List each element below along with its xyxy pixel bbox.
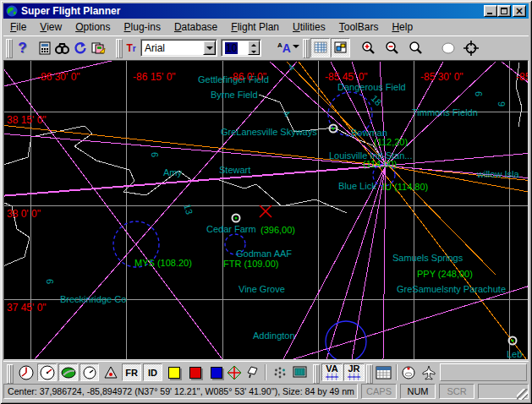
main-toolbar: ? Tr Arial 10 AA	[3, 35, 529, 59]
calculator-icon	[38, 41, 52, 55]
map-label: Breckinridge Co	[60, 294, 126, 304]
view-group-grip[interactable]	[303, 39, 309, 57]
map-area[interactable]: Gettlefinger FieldByrne FieldGreLanesvil…	[3, 60, 529, 360]
refresh-button[interactable]	[70, 38, 90, 57]
menu-options[interactable]: Options	[69, 20, 117, 35]
menu-flightplan[interactable]: Flight Plan	[224, 20, 286, 35]
num-indicator: NUM	[400, 384, 436, 399]
menu-utilities[interactable]: Utilities	[286, 20, 332, 35]
palette-icon	[91, 41, 106, 55]
menu-file[interactable]: File	[3, 20, 33, 35]
map-label: GreSamuelsnty Parachute	[397, 284, 506, 294]
font-combo-arrow[interactable]	[203, 41, 216, 55]
menu-view[interactable]: View	[33, 20, 69, 35]
font-size-spinner[interactable]	[248, 41, 260, 55]
map-label: (396,00)	[261, 225, 295, 235]
map-label: Dangerous Field	[337, 82, 406, 92]
map-label: Amy	[163, 167, 182, 177]
cal-group-grip[interactable]	[366, 364, 372, 382]
map-label: Godman AAF	[236, 248, 292, 259]
help-button[interactable]: ?	[13, 38, 32, 57]
toolbar-grip[interactable]	[6, 39, 12, 57]
notes-icon	[334, 41, 348, 54]
zoom-in-button[interactable]	[358, 38, 377, 57]
longitude-label: -85 45' 0"	[325, 71, 368, 83]
map-label: GreLanesville Skyways	[221, 127, 317, 137]
maximize-button[interactable]	[497, 5, 511, 17]
blue-color-button[interactable]	[206, 363, 226, 381]
map-label: 9	[496, 101, 507, 106]
center-target-button[interactable]	[461, 38, 480, 57]
compass-ball-button[interactable]	[399, 363, 419, 381]
map-label: Leb	[507, 349, 522, 359]
find-button[interactable]	[52, 38, 72, 57]
calendar-button[interactable]	[373, 363, 394, 381]
status-bar: Center: 37,986724, -85,894972 (N37° 59' …	[3, 382, 529, 401]
map-svg	[4, 61, 528, 359]
map-label: Samuels Springs	[392, 253, 463, 263]
waypoint-button[interactable]	[224, 363, 244, 381]
app-window: Super Flight Planner × FileViewOptionsPl…	[0, 0, 532, 404]
zoom-in-icon	[360, 41, 376, 56]
notes-toggle-button[interactable]	[331, 38, 350, 57]
red-color-button[interactable]	[185, 363, 205, 381]
va-label: VA	[326, 363, 337, 374]
font-color-icon: AA	[277, 41, 291, 55]
compass-small-button[interactable]	[80, 363, 99, 381]
gauge-button[interactable]	[37, 363, 57, 381]
bottom-grip[interactable]	[7, 364, 13, 382]
window-title: Super Flight Planner	[21, 5, 120, 17]
jr-label: JR	[348, 363, 359, 374]
close-button[interactable]: ×	[513, 5, 526, 17]
clock-button[interactable]	[16, 363, 36, 381]
fr-label: FR	[125, 368, 138, 378]
map-label: IU (114.80)	[382, 182, 428, 192]
blue-swatch	[211, 367, 222, 379]
beacon-button[interactable]	[101, 363, 120, 381]
grid-toggle-button[interactable]	[310, 38, 330, 57]
yellow-swatch	[168, 367, 180, 379]
status-center-panel: Center: 37,986724, -85,894972 (N37° 59' …	[3, 384, 358, 399]
truetype-button[interactable]: Tr	[123, 38, 140, 57]
zoom-out-button[interactable]	[381, 38, 401, 57]
jr-button[interactable]: JR╪╪╪	[343, 363, 365, 381]
calculator-button[interactable]	[35, 38, 54, 57]
airplane-button[interactable]	[419, 363, 438, 381]
airplane-icon	[421, 365, 436, 380]
id-button[interactable]: ID	[143, 363, 162, 381]
toolbar-spacer	[440, 363, 527, 381]
font-color-button[interactable]: AA	[276, 38, 301, 57]
diamond-crosshair-icon	[227, 365, 242, 380]
menu-help[interactable]: Help	[385, 20, 420, 35]
monitor-button[interactable]	[290, 363, 310, 381]
ellipse-tool-button[interactable]	[438, 38, 458, 57]
flag-icon	[245, 365, 260, 379]
font-name-combo[interactable]: Arial	[140, 39, 217, 57]
va-button[interactable]: VA╪╪╪	[321, 363, 343, 381]
yellow-color-button[interactable]	[164, 363, 184, 381]
menu-toolbars[interactable]: ToolBars	[332, 20, 386, 35]
map-label: FTR (109.00)	[223, 259, 278, 269]
font-size-box[interactable]: 10	[221, 39, 261, 57]
minimize-button[interactable]	[484, 5, 497, 17]
resize-grip[interactable]	[517, 389, 528, 400]
menu-plugins[interactable]: Plug-ins	[118, 20, 167, 35]
map-label: (112,20)	[374, 137, 408, 147]
scr-indicator: SCR	[439, 384, 474, 399]
flag-button[interactable]	[243, 363, 262, 381]
map-label: Blue Lick	[338, 181, 376, 191]
map-label: Vine Grove	[239, 284, 285, 294]
map-label: MYS (108.20)	[134, 258, 192, 268]
menu-database[interactable]: Database	[167, 20, 224, 35]
zoom-tool-button[interactable]	[405, 38, 425, 57]
va-group-grip[interactable]	[313, 364, 319, 382]
map-label: Cedar Farm	[206, 224, 256, 234]
terrain-button[interactable]	[58, 363, 78, 381]
id-label: ID	[148, 368, 157, 378]
font-toolbar-grip[interactable]	[116, 39, 122, 57]
fr-button[interactable]: FR	[122, 363, 141, 381]
longitude-label: -86 30' 0"	[37, 71, 80, 83]
caps-indicator: CAPS	[361, 384, 397, 399]
dots-button[interactable]	[270, 363, 289, 381]
display-options-button[interactable]	[89, 38, 108, 57]
